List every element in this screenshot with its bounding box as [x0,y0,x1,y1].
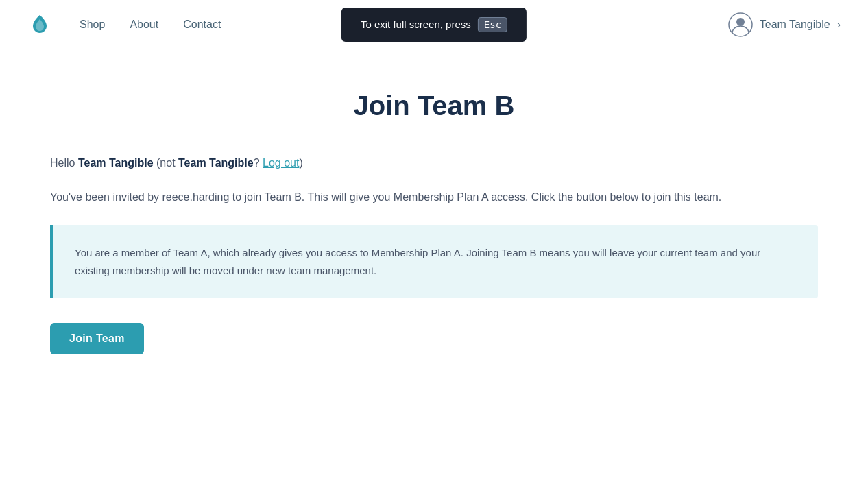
not-text: (not [154,157,178,169]
user-menu[interactable]: Team Tangible › [728,12,841,37]
logout-link[interactable]: Log out [263,157,299,169]
user-label: Team Tangible [760,19,830,31]
nav-shop[interactable]: Shop [69,13,116,36]
current-user-name: Team Tangible [78,157,154,169]
invite-text: You've been invited by reece.harding to … [50,189,818,206]
close-paren: ) [299,157,302,169]
not-user-name: Team Tangible [178,157,254,169]
hello-text: Hello [50,157,78,169]
chevron-down-icon: › [837,19,841,31]
svg-point-1 [736,18,745,26]
nav-about[interactable]: About [119,13,169,36]
intro-paragraph: Hello Team Tangible (not Team Tangible? … [50,154,818,172]
nav-links: Shop About Contact [69,13,232,36]
page-title: Join Team B [50,90,818,121]
question-text: ? [254,157,263,169]
avatar-icon [728,12,753,37]
fullscreen-notice: To exit full screen, press Esc [341,8,527,42]
info-box-text: You are a member of Team A, which alread… [75,244,796,279]
brand-logo[interactable] [27,12,52,37]
join-team-button[interactable]: Join Team [50,323,144,354]
nav-contact[interactable]: Contact [172,13,232,36]
esc-badge: Esc [478,17,507,32]
fullscreen-notice-text: To exit full screen, press [361,19,471,30]
navbar: Shop About Contact To exit full screen, … [0,0,868,49]
info-box: You are a member of Team A, which alread… [50,225,818,298]
main-content: Join Team B Hello Team Tangible (not Tea… [23,49,845,382]
